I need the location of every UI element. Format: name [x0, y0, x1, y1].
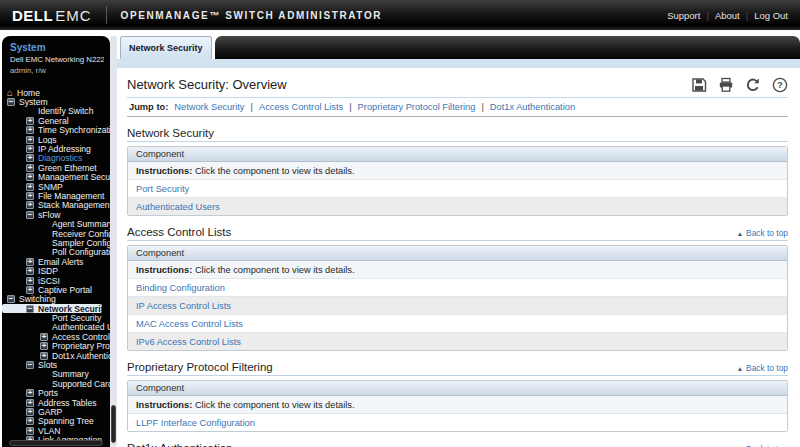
- content-panel: Network Security: Overview: [117, 68, 800, 447]
- brand-divider: [106, 6, 107, 24]
- jump-link-separator: |: [349, 102, 351, 112]
- tree-item-email-alerts[interactable]: + Email Alerts: [2, 257, 110, 266]
- expand-plus-icon: +: [26, 136, 34, 144]
- tree-item-ip-addressing[interactable]: + IP Addressing: [2, 144, 110, 153]
- tree-item-dot1x-authentication[interactable]: + Dot1x Authentication: [2, 351, 110, 360]
- save-icon[interactable]: [691, 77, 707, 93]
- tree-item-time-synchronization[interactable]: + Time Synchronization: [2, 126, 110, 135]
- collapse-minus-icon: −: [7, 295, 15, 303]
- tree-item-isdp[interactable]: + ISDP: [2, 266, 110, 275]
- tree-item-system[interactable]: − System: [2, 97, 110, 106]
- top-links: Support | About | Log Out: [667, 10, 788, 21]
- sidebar-scrollbar-thumb[interactable]: [111, 405, 116, 443]
- help-icon[interactable]: ?: [772, 77, 788, 93]
- tree-item-management-security[interactable]: + Management Security: [2, 173, 110, 182]
- logout-link[interactable]: Log Out: [754, 10, 788, 21]
- jump-link-dot1x-authentication[interactable]: Dot1x Authentication: [490, 102, 575, 112]
- page-layout: System Dell EMC Networking N2224X-ON adm…: [0, 30, 800, 447]
- tree-item-ports[interactable]: + Ports: [2, 389, 110, 398]
- tree-item-port-security[interactable]: Port Security: [2, 313, 110, 322]
- sidebar-scrollbar-track[interactable]: [110, 36, 117, 447]
- tree-item-supported-cards[interactable]: Supported Cards: [2, 379, 110, 388]
- tree-item-switching[interactable]: − Switching: [2, 295, 110, 304]
- expand-plus-icon: +: [26, 164, 34, 172]
- tree-item-sampler-configuration[interactable]: Sampler Configuration: [2, 238, 110, 247]
- about-link[interactable]: About: [715, 10, 740, 21]
- tree-item-home[interactable]: ⌂ Home: [2, 88, 110, 97]
- print-icon[interactable]: [718, 77, 734, 93]
- sections-container: Network Security Component Instructions:…: [127, 127, 788, 447]
- tree-item-stack-management[interactable]: + Stack Management: [2, 201, 110, 210]
- instructions-row: Instructions: Click the component to vie…: [128, 162, 787, 179]
- component-link-ipv6-access-control-lists[interactable]: IPv6 Access Control Lists: [128, 332, 787, 350]
- component-link-port-security[interactable]: Port Security: [128, 179, 787, 197]
- tree-item-iscsi[interactable]: + iSCSI: [2, 276, 110, 285]
- section-network-security: Network Security Component Instructions:…: [127, 127, 788, 216]
- jump-link-access-control-lists[interactable]: Access Control Lists: [259, 102, 343, 112]
- up-triangle-icon: ▲: [737, 365, 743, 372]
- tree-item-file-management[interactable]: + File Management: [2, 191, 110, 200]
- tree-item-general[interactable]: + General: [2, 116, 110, 125]
- back-to-top-link[interactable]: ▲ Back to top: [737, 228, 788, 238]
- expand-plus-icon: +: [40, 333, 48, 341]
- tree-item-sflow[interactable]: − sFlow: [2, 210, 110, 219]
- tree-item-network-security[interactable]: − Network Security: [2, 304, 102, 313]
- app-title: OPENMANAGE™ SWITCH ADMINISTRATOR: [121, 10, 383, 21]
- component-link-llpf-interface-configuration[interactable]: LLPF Interface Configuration: [128, 413, 787, 431]
- expand-plus-icon: +: [26, 154, 34, 162]
- tree-item-vlan[interactable]: + VLAN: [2, 426, 110, 435]
- expand-plus-icon: +: [26, 258, 34, 266]
- tree-item-proprietary-protocol-filtering[interactable]: + Proprietary Protocol Filtering: [2, 342, 110, 351]
- jump-link-separator: |: [481, 102, 483, 112]
- section-dot1x-authentication: Dot1x Authentication ▲ Back to top Compo…: [127, 442, 788, 447]
- tree-item-captive-portal[interactable]: + Captive Portal: [2, 285, 110, 294]
- up-triangle-icon: ▲: [737, 230, 743, 237]
- tree-item-agent-summary[interactable]: Agent Summary: [2, 219, 110, 228]
- tree-item-authenticated-users[interactable]: Authenticated Users: [2, 323, 110, 332]
- tree-item-identify-switch[interactable]: Identify Switch: [2, 107, 110, 116]
- component-table-header: Component: [128, 147, 787, 162]
- tree-item-receiver-configuration[interactable]: Receiver Configuration: [2, 229, 110, 238]
- section-title: Dot1x Authentication: [127, 442, 233, 447]
- tree-item-address-tables[interactable]: + Address Tables: [2, 398, 110, 407]
- component-link-mac-access-control-lists[interactable]: MAC Access Control Lists: [128, 314, 787, 332]
- tree-item-garp[interactable]: + GARP: [2, 407, 110, 416]
- back-to-top-link[interactable]: ▲ Back to top: [737, 363, 788, 373]
- component-link-binding-configuration[interactable]: Binding Configuration: [128, 278, 787, 296]
- horizontal-scrollbar-thumb[interactable]: [9, 440, 103, 446]
- tree-item-snmp[interactable]: + SNMP: [2, 182, 110, 191]
- tree-item-access-control-lists[interactable]: + Access Control Lists: [2, 332, 110, 341]
- expand-plus-icon: +: [40, 352, 48, 360]
- component-table-header: Component: [128, 381, 787, 396]
- tree-item-diagnostics[interactable]: + Diagnostics: [2, 154, 110, 163]
- tree-item-summary[interactable]: Summary: [2, 370, 110, 379]
- expand-plus-icon: +: [26, 408, 34, 416]
- jump-link-network-security[interactable]: Network Security: [174, 102, 244, 112]
- jump-to-row: Jump to: Network Security|Access Control…: [127, 98, 788, 117]
- refresh-icon[interactable]: [745, 77, 761, 93]
- component-link-ip-access-control-lists[interactable]: IP Access Control Lists: [128, 296, 787, 314]
- expand-plus-icon: +: [26, 117, 34, 125]
- tree-item-green-ethernet[interactable]: + Green Ethernet: [2, 163, 110, 172]
- section-title: Access Control Lists: [127, 226, 231, 238]
- jump-link-proprietary-protocol-filtering[interactable]: Proprietary Protocol Filtering: [358, 102, 476, 112]
- navigation-tree: ⌂ Home − System Identify Switch + Genera…: [2, 88, 110, 445]
- tree-item-logs[interactable]: + Logs: [2, 135, 110, 144]
- expand-plus-icon: +: [26, 417, 34, 425]
- component-table-header: Component: [128, 246, 787, 261]
- component-link-authenticated-users[interactable]: Authenticated Users: [128, 197, 787, 215]
- tab-network-security[interactable]: Network Security: [120, 36, 212, 59]
- jump-link-separator: |: [251, 102, 253, 112]
- expand-plus-icon: +: [40, 342, 48, 350]
- page-title: Network Security: Overview: [127, 77, 287, 92]
- page-toolbar: ?: [691, 77, 788, 93]
- section-title: Proprietary Protocol Filtering: [127, 361, 273, 373]
- collapse-minus-icon: −: [26, 305, 34, 313]
- expand-plus-icon: +: [26, 145, 34, 153]
- expand-plus-icon: +: [26, 126, 34, 134]
- instructions-row: Instructions: Click the component to vie…: [128, 396, 787, 413]
- support-link[interactable]: Support: [667, 10, 700, 21]
- tree-item-spanning-tree[interactable]: + Spanning Tree: [2, 417, 110, 426]
- tree-item-slots[interactable]: − Slots: [2, 360, 110, 369]
- tree-item-poll-configuration[interactable]: Poll Configuration: [2, 248, 110, 257]
